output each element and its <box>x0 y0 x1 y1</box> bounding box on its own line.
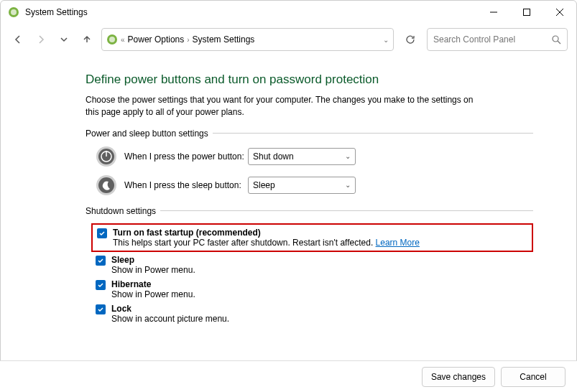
navigation-toolbar: « Power Options › System Settings ⌄ Sear… <box>1 24 576 55</box>
search-input[interactable]: Search Control Panel <box>427 28 568 51</box>
recent-locations-button[interactable] <box>55 31 73 48</box>
lock-checkbox[interactable] <box>96 304 106 314</box>
window-title: System Settings <box>25 7 477 17</box>
lock-option-label: Lock <box>111 304 229 314</box>
fast-startup-checkbox[interactable] <box>97 228 107 238</box>
sleep-checkbox[interactable] <box>96 256 106 266</box>
content-area: Define power buttons and turn on passwor… <box>1 55 576 324</box>
learn-more-link[interactable]: Learn More <box>376 238 420 248</box>
chevron-right-icon: › <box>187 36 189 44</box>
save-changes-button[interactable]: Save changes <box>422 367 495 387</box>
back-button[interactable] <box>9 31 27 48</box>
hibernate-checkbox[interactable] <box>96 280 106 290</box>
page-description: Choose the power settings that you want … <box>86 94 488 118</box>
button-settings-group: Power and sleep button settings When I p… <box>86 129 533 196</box>
search-placeholder: Search Control Panel <box>433 34 552 45</box>
shutdown-settings-group: Shutdown settings Turn on fast startup (… <box>86 206 533 324</box>
address-dropdown-button[interactable]: ⌄ <box>383 36 389 44</box>
breadcrumb-power-options[interactable]: Power Options <box>128 34 185 45</box>
sleep-button-icon <box>96 174 117 196</box>
maximize-button[interactable] <box>510 1 543 24</box>
lock-option-desc: Show in account picture menu. <box>111 314 229 324</box>
power-button-value: Shut down <box>253 151 294 162</box>
address-bar[interactable]: « Power Options › System Settings ⌄ <box>101 28 394 51</box>
chevron-down-icon: ⌄ <box>345 152 351 160</box>
shutdown-settings-legend: Shutdown settings <box>86 206 156 216</box>
sleep-button-value: Sleep <box>253 180 275 190</box>
minimize-button[interactable] <box>477 1 510 24</box>
chevron-down-icon: ⌄ <box>345 181 351 189</box>
power-button-icon <box>96 146 117 167</box>
svg-line-9 <box>558 41 560 44</box>
sleep-option-desc: Show in Power menu. <box>111 265 195 275</box>
forward-button[interactable] <box>32 31 50 48</box>
svg-point-8 <box>553 36 558 42</box>
highlight-box: Turn on fast startup (recommended) This … <box>91 223 533 252</box>
breadcrumb-system-settings[interactable]: System Settings <box>193 34 255 45</box>
hibernate-option-desc: Show in Power menu. <box>111 289 195 299</box>
fast-startup-label: Turn on fast startup (recommended) <box>113 228 420 238</box>
breadcrumb-prefix-icon: « <box>121 36 125 44</box>
search-icon <box>552 35 561 45</box>
titlebar: System Settings <box>1 1 576 24</box>
sleep-option-label: Sleep <box>111 255 195 265</box>
close-button[interactable] <box>543 1 576 24</box>
refresh-button[interactable] <box>400 28 421 51</box>
footer-bar: Save changes Cancel <box>0 360 577 392</box>
svg-rect-3 <box>524 9 530 16</box>
hibernate-option-label: Hibernate <box>111 279 195 289</box>
power-options-icon <box>106 34 118 45</box>
power-button-label: When I press the power button: <box>124 151 248 162</box>
svg-point-1 <box>11 9 17 15</box>
fast-startup-desc: This helps start your PC faster after sh… <box>113 238 376 248</box>
button-settings-legend: Power and sleep button settings <box>86 129 208 139</box>
page-title: Define power buttons and turn on passwor… <box>86 73 533 87</box>
up-button[interactable] <box>78 31 96 48</box>
svg-point-7 <box>109 37 115 42</box>
sleep-button-label: When I press the sleep button: <box>124 180 248 190</box>
power-button-select[interactable]: Shut down ⌄ <box>248 148 356 165</box>
power-options-icon <box>8 6 19 18</box>
cancel-button[interactable]: Cancel <box>501 367 566 387</box>
sleep-button-select[interactable]: Sleep ⌄ <box>248 177 356 194</box>
